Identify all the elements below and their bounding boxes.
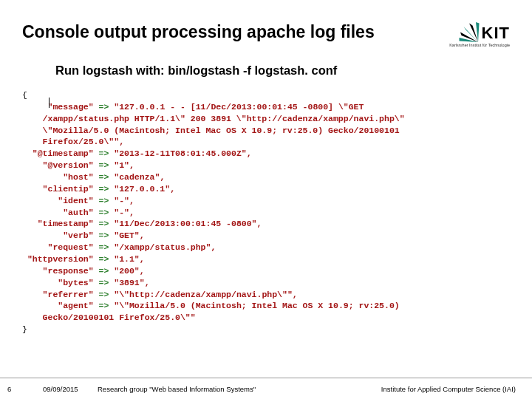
footer-institute: Institute for Applied Computer Science (… (381, 385, 516, 393)
console-output: { "message" => "127.0.0.1 - - [11/Dec/20… (22, 89, 510, 335)
text-cursor (49, 98, 50, 108)
slide-footer: 6 09/09/2015 Research group "Web based I… (0, 378, 532, 399)
page-number: 6 (7, 385, 11, 393)
footer-group: Research group "Web based Information Sy… (98, 385, 256, 393)
kit-logo: KIT Karlsruher Institut für Technologie (449, 22, 510, 47)
logo-text: KIT (482, 24, 510, 43)
logo-subtitle: Karlsruher Institut für Technologie (449, 43, 510, 47)
subtitle: Run logstash with: bin/logstash -f logst… (55, 64, 510, 78)
page-title: Console output processing apache log fil… (22, 22, 375, 42)
fan-icon (458, 22, 480, 44)
footer-date: 09/09/2015 (43, 385, 78, 393)
